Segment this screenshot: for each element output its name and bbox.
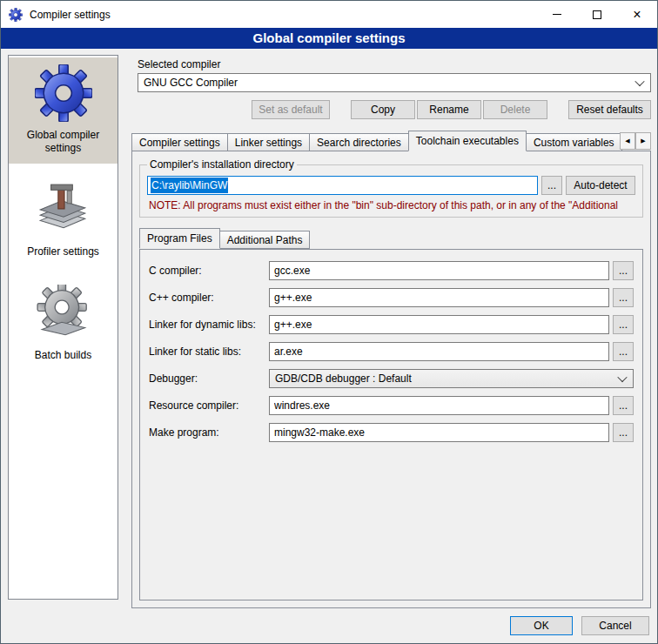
make-program-input[interactable] [269,423,609,442]
installation-directory-group-title: Compiler's installation directory [147,158,297,171]
dialog-footer: OK Cancel [1,608,657,643]
tab-custom-variables[interactable]: Custom variables [526,133,622,151]
make-program-browse-button[interactable]: ... [613,423,634,442]
maximize-button[interactable] [577,1,617,28]
maximize-icon [593,10,601,19]
toolchain-executables-page: Compiler's installation directory C:\ray… [131,151,651,608]
static-libs-linker-input[interactable] [269,342,609,361]
minimize-icon [553,14,561,15]
programs-note: NOTE: All programs must exist either in … [149,199,635,211]
cancel-button[interactable]: Cancel [581,616,649,635]
sidebar-item-label: Profiler settings [27,245,99,258]
copy-button[interactable]: Copy [351,100,415,119]
dynamic-libs-linker-browse-button[interactable]: ... [613,315,634,334]
tab-compiler-settings[interactable]: Compiler settings [131,133,228,151]
sidebar-item-label: Global compiler settings [10,129,116,155]
auto-detect-button[interactable]: Auto-detect [566,176,635,195]
compiler-combobox-value: GNU GCC Compiler [144,77,238,89]
batch-builds-gear-icon [35,285,92,342]
tab-search-directories[interactable]: Search directories [309,133,409,151]
field-row-dynamic-linker: Linker for dynamic libs: ... [149,315,634,334]
profiler-tool-icon [35,181,92,238]
installation-directory-value: C:\raylib\MinGW [151,178,228,193]
installation-directory-input[interactable]: C:\raylib\MinGW [147,176,538,195]
compiler-settings-window: Compiler settings × Global compiler sett… [0,0,658,644]
debugger-combobox[interactable]: GDB/CDB debugger : Default [269,369,634,388]
minimize-button[interactable] [537,1,577,28]
c-compiler-browse-button[interactable]: ... [613,261,634,280]
sidebar-item-profiler-settings[interactable]: Profiler settings [9,174,118,267]
window-controls: × [537,1,657,28]
tab-linker-settings[interactable]: Linker settings [227,133,310,151]
resource-compiler-browse-button[interactable]: ... [613,396,634,415]
window-title: Compiler settings [30,9,111,21]
debugger-combobox-value: GDB/CDB debugger : Default [275,372,412,385]
chevron-down-icon [619,375,626,382]
ok-button[interactable]: OK [510,616,573,635]
field-label: C compiler: [149,265,269,277]
field-label: Linker for static libs: [149,345,269,358]
field-label: Debugger: [149,372,269,385]
rename-button[interactable]: Rename [417,100,481,119]
close-button[interactable]: × [617,1,657,28]
compiler-actions: Set as default Copy Rename Delete Reset … [127,100,651,119]
dialog-header-title: Global compiler settings [1,28,657,49]
tab-program-files[interactable]: Program Files [139,228,220,249]
tab-toolchain-executables[interactable]: Toolchain executables [408,131,527,151]
field-row-c-compiler: C compiler: ... [149,261,634,280]
installation-directory-browse-button[interactable]: ... [541,176,562,195]
selected-compiler-label: Selected compiler [138,58,651,70]
dynamic-libs-linker-input[interactable] [269,315,609,334]
close-icon: × [633,10,641,19]
field-label: Linker for dynamic libs: [149,319,269,331]
tab-scroll-left-button[interactable]: ◀ [620,132,635,150]
field-label: C++ compiler: [149,292,269,304]
sidebar-item-label: Batch builds [35,349,91,362]
resource-compiler-input[interactable] [269,396,609,415]
field-row-resource-compiler: Resource compiler: ... [149,396,634,415]
field-label: Make program: [149,426,269,439]
field-row-cpp-compiler: C++ compiler: ... [149,288,634,307]
cpp-compiler-input[interactable] [269,288,609,307]
delete-button[interactable]: Delete [483,100,547,119]
chevron-down-icon [636,79,643,86]
static-libs-linker-browse-button[interactable]: ... [613,342,634,361]
compiler-combobox[interactable]: GNU GCC Compiler [138,73,651,92]
category-sidebar: Global compiler settings Profiler settin… [8,55,118,600]
arrow-left-icon: ◀ [625,138,629,144]
sidebar-item-global-compiler-settings[interactable]: Global compiler settings [9,57,118,164]
app-icon [9,8,23,22]
sidebar-item-batch-builds[interactable]: Batch builds [9,278,118,371]
cpp-compiler-browse-button[interactable]: ... [613,288,634,307]
tab-scroll-buttons: ◀ ▶ [620,132,651,150]
field-row-static-linker: Linker for static libs: ... [149,342,634,361]
c-compiler-input[interactable] [269,261,609,280]
program-files-page: C compiler: ... C++ compiler: ... Linker… [139,249,643,600]
installation-directory-group: Compiler's installation directory C:\ray… [139,158,643,218]
field-label: Resource compiler: [149,399,269,412]
settings-tabstrip: Compiler settings Linker settings Search… [131,131,651,151]
tab-additional-paths[interactable]: Additional Paths [219,231,311,249]
global-compiler-settings-gear-icon [35,64,92,122]
field-row-make-program: Make program: ... [149,423,634,442]
reset-defaults-button[interactable]: Reset defaults [568,100,651,119]
arrow-right-icon: ▶ [641,138,645,144]
program-files-tabstrip: Program Files Additional Paths [139,228,643,249]
set-as-default-button[interactable]: Set as default [252,100,330,119]
field-row-debugger: Debugger: GDB/CDB debugger : Default [149,369,634,388]
titlebar[interactable]: Compiler settings × [1,1,657,28]
tab-scroll-right-button[interactable]: ▶ [635,132,651,150]
